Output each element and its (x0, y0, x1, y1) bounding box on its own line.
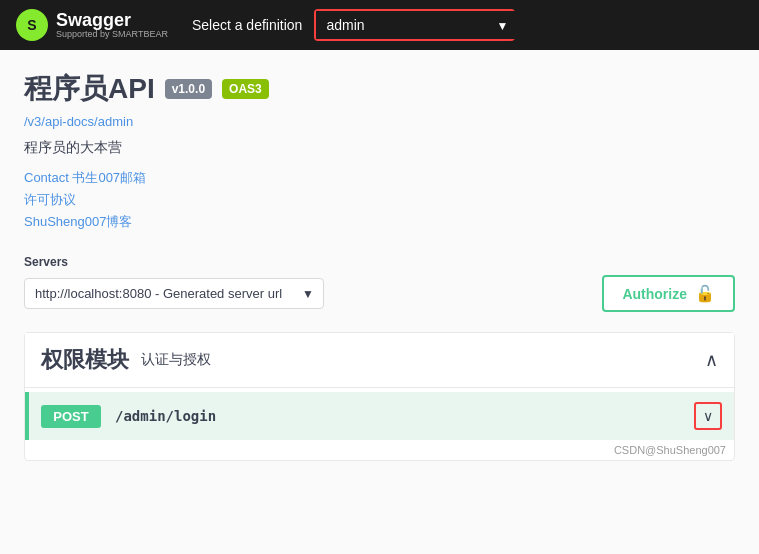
servers-section: Servers http://localhost:8080 - Generate… (24, 255, 735, 312)
servers-label: Servers (24, 255, 735, 269)
api-contact-link[interactable]: Contact 书生007邮箱 (24, 169, 735, 187)
endpoint-expand-icon: ∨ (703, 408, 713, 424)
api-description: 程序员的大本营 (24, 139, 735, 157)
api-blog-link[interactable]: ShuSheng007博客 (24, 213, 735, 231)
swagger-logo: S Swagger Supported by SMARTBEAR (16, 9, 168, 41)
endpoint-row[interactable]: POST /admin/login ∨ (25, 392, 734, 440)
api-title: 程序员API (24, 70, 155, 108)
definition-select-wrapper[interactable]: admin user guest ▼ (314, 9, 514, 41)
server-select-wrapper[interactable]: http://localhost:8080 - Generated server… (24, 278, 324, 309)
api-title-row: 程序员API v1.0.0 OAS3 (24, 70, 735, 108)
authorize-button-label: Authorize (622, 286, 687, 302)
module-section: 权限模块 认证与授权 ∧ POST /admin/login ∨ CSDN@Sh… (24, 332, 735, 461)
module-title: 权限模块 (41, 345, 129, 375)
app-header: S Swagger Supported by SMARTBEAR Select … (0, 0, 759, 50)
module-collapse-icon[interactable]: ∧ (705, 349, 718, 371)
module-subtitle: 认证与授权 (141, 351, 211, 369)
servers-row: http://localhost:8080 - Generated server… (24, 275, 735, 312)
api-license-link[interactable]: 许可协议 (24, 191, 735, 209)
swagger-icon-letter: S (27, 17, 36, 33)
lock-icon: 🔓 (695, 284, 715, 303)
swagger-title: Swagger (56, 11, 168, 29)
swagger-icon: S (16, 9, 48, 41)
oas-badge: OAS3 (222, 79, 269, 99)
main-content: 程序员API v1.0.0 OAS3 /v3/api-docs/admin 程序… (0, 50, 759, 481)
version-badge: v1.0.0 (165, 79, 212, 99)
definition-select[interactable]: admin user guest (316, 11, 516, 39)
watermark-text: CSDN@ShuSheng007 (614, 444, 726, 456)
server-select[interactable]: http://localhost:8080 - Generated server… (24, 278, 324, 309)
method-badge-post: POST (41, 405, 101, 428)
select-definition-label: Select a definition (192, 17, 303, 33)
watermark: CSDN@ShuSheng007 (25, 440, 734, 460)
module-header[interactable]: 权限模块 认证与授权 ∧ (25, 333, 734, 388)
module-title-row: 权限模块 认证与授权 (41, 345, 211, 375)
api-docs-link[interactable]: /v3/api-docs/admin (24, 114, 735, 129)
endpoint-chevron-wrapper[interactable]: ∨ (694, 402, 722, 430)
swagger-subtitle: Supported by SMARTBEAR (56, 29, 168, 40)
endpoint-path: /admin/login (115, 408, 694, 424)
authorize-button[interactable]: Authorize 🔓 (602, 275, 735, 312)
swagger-title-block: Swagger Supported by SMARTBEAR (56, 11, 168, 40)
